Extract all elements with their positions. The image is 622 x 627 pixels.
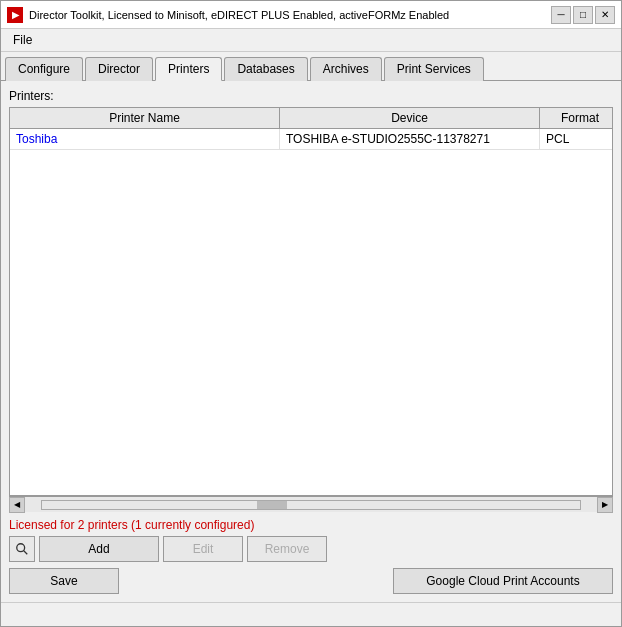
status-bar [1, 602, 621, 626]
main-window: ▶ Director Toolkit, Licensed to Minisoft… [0, 0, 622, 627]
bottom-buttons: Save Google Cloud Print Accounts [9, 568, 613, 594]
search-icon [15, 542, 29, 556]
tab-bar: Configure Director Printers Databases Ar… [1, 52, 621, 81]
svg-point-0 [17, 544, 25, 552]
tab-director[interactable]: Director [85, 57, 153, 81]
title-bar: ▶ Director Toolkit, Licensed to Minisoft… [1, 1, 621, 29]
maximize-button[interactable]: □ [573, 6, 593, 24]
tab-configure[interactable]: Configure [5, 57, 83, 81]
window-controls: ─ □ ✕ [551, 6, 615, 24]
app-icon: ▶ [7, 7, 23, 23]
window-title: Director Toolkit, Licensed to Minisoft, … [29, 9, 449, 21]
scrollbar-track[interactable] [41, 500, 581, 510]
search-button[interactable] [9, 536, 35, 562]
google-cloud-button[interactable]: Google Cloud Print Accounts [393, 568, 613, 594]
scroll-right-arrow[interactable]: ▶ [597, 497, 613, 513]
tab-archives[interactable]: Archives [310, 57, 382, 81]
table-body: Toshiba TOSHIBA e-STUDIO2555C-11378271 P… [10, 129, 612, 495]
title-bar-left: ▶ Director Toolkit, Licensed to Minisoft… [7, 7, 449, 23]
table-header: Printer Name Device Format [10, 108, 612, 129]
table-row[interactable]: Toshiba TOSHIBA e-STUDIO2555C-11378271 P… [10, 129, 612, 150]
printers-table: Printer Name Device Format Toshiba TOSHI… [9, 107, 613, 496]
scrollbar-thumb[interactable] [257, 501, 287, 509]
menu-bar: File [1, 29, 621, 52]
action-buttons: Add Edit Remove [9, 536, 613, 562]
save-button[interactable]: Save [9, 568, 119, 594]
cell-device: TOSHIBA e-STUDIO2555C-11378271 [280, 129, 540, 149]
cell-format: PCL [540, 129, 612, 149]
close-button[interactable]: ✕ [595, 6, 615, 24]
horizontal-scrollbar[interactable]: ◀ ▶ [9, 496, 613, 512]
scroll-left-arrow[interactable]: ◀ [9, 497, 25, 513]
add-button[interactable]: Add [39, 536, 159, 562]
printers-label: Printers: [9, 89, 613, 103]
col-device: Device [280, 108, 540, 128]
col-printer-name: Printer Name [10, 108, 280, 128]
minimize-button[interactable]: ─ [551, 6, 571, 24]
edit-button[interactable]: Edit [163, 536, 243, 562]
svg-line-1 [24, 551, 28, 555]
tab-print-services[interactable]: Print Services [384, 57, 484, 81]
tab-printers[interactable]: Printers [155, 57, 222, 81]
tab-databases[interactable]: Databases [224, 57, 307, 81]
menu-file[interactable]: File [5, 31, 40, 49]
col-format: Format [540, 108, 613, 128]
content-area: Printers: Printer Name Device Format Tos… [1, 81, 621, 602]
cell-printer-name[interactable]: Toshiba [10, 129, 280, 149]
license-status: Licensed for 2 printers (1 currently con… [9, 518, 613, 532]
remove-button[interactable]: Remove [247, 536, 327, 562]
